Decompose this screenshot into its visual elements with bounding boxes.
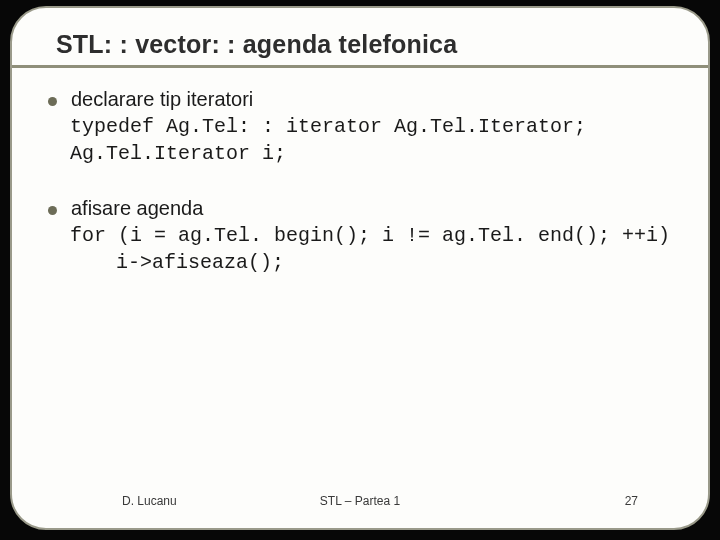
footer-title: STL – Partea 1 — [320, 494, 400, 508]
title-underline — [12, 65, 708, 68]
bullet-row: afisare agenda — [48, 197, 678, 220]
code-line: typedef Ag.Tel: : iterator Ag.Tel.Iterat… — [70, 113, 678, 140]
bullet-text-1: declarare tip iteratori — [71, 88, 253, 111]
footer-author: D. Lucanu — [122, 494, 177, 508]
slide: STL: : vector: : agenda telefonica decla… — [10, 6, 710, 530]
bullet-icon — [48, 97, 57, 106]
block-2: afisare agenda for (i = ag.Tel. begin();… — [48, 197, 678, 276]
slide-title: STL: : vector: : agenda telefonica — [56, 30, 678, 59]
footer: D. Lucanu STL – Partea 1 27 — [12, 494, 708, 508]
code-line-indent: i->afiseaza(); — [116, 249, 678, 276]
footer-page-number: 27 — [625, 494, 638, 508]
block-1: declarare tip iteratori typedef Ag.Tel: … — [48, 88, 678, 167]
bullet-row: declarare tip iteratori — [48, 88, 678, 111]
code-line: for (i = ag.Tel. begin(); i != ag.Tel. e… — [70, 222, 678, 249]
bullet-icon — [48, 206, 57, 215]
bullet-text-2: afisare agenda — [71, 197, 203, 220]
code-line: Ag.Tel.Iterator i; — [70, 140, 678, 167]
slide-content: declarare tip iteratori typedef Ag.Tel: … — [48, 88, 678, 276]
